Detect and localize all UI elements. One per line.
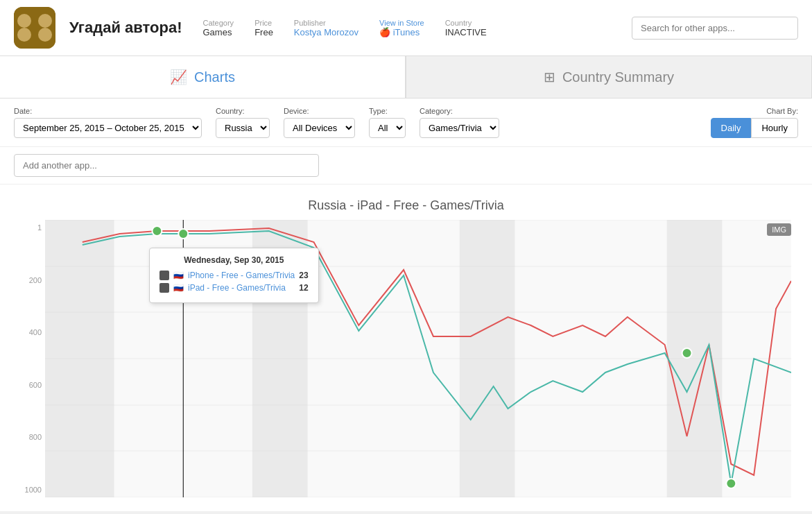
- chart-container: Russia - iPad - Free - Games/Trivia 1 20…: [0, 185, 812, 511]
- add-app-input[interactable]: [14, 154, 319, 177]
- country-summary-label: Country Summary: [562, 69, 674, 85]
- date-control: Date: September 25, 2015 – October 25, 2…: [14, 107, 202, 138]
- y-label-1: 1: [14, 223, 42, 232]
- app-header: Угадай автора! Category Games Price Free…: [0, 0, 812, 56]
- search-container: [632, 17, 798, 40]
- publisher-value[interactable]: Kostya Morozov: [294, 27, 359, 37]
- charts-icon: 📈: [170, 69, 187, 85]
- country-value: INACTIVE: [445, 27, 487, 37]
- tooltip-iphone-icon: [159, 271, 169, 280]
- store-value[interactable]: 🍎 iTunes: [379, 27, 424, 37]
- charts-label: Charts: [194, 69, 235, 85]
- tabs-bar: 📈 Charts ⊞ Country Summary: [0, 56, 812, 98]
- y-label-600: 600: [14, 381, 42, 389]
- y-label-400: 400: [14, 328, 42, 336]
- app-title-block: Угадай автора!: [69, 19, 182, 37]
- tab-charts[interactable]: 📈 Charts: [0, 56, 406, 98]
- app-icon: [14, 7, 55, 49]
- chart-by-label: Chart By:: [766, 107, 798, 115]
- chart-wrapper: 1 200 400 600 800 1000: [14, 220, 798, 497]
- type-label: Type:: [369, 107, 406, 115]
- category-value: Games: [202, 27, 234, 37]
- tab-country-summary[interactable]: ⊞ Country Summary: [406, 56, 812, 98]
- category-label: Category: [202, 19, 234, 27]
- y-axis: 1 200 400 600 800 1000: [14, 220, 42, 497]
- grid-icon: ⊞: [544, 69, 555, 85]
- svg-point-2: [38, 14, 52, 28]
- controls-bar: Date: September 25, 2015 – October 25, 2…: [0, 98, 812, 147]
- country-label: Country: [445, 19, 487, 27]
- category-select[interactable]: Games/Trivia: [420, 118, 499, 138]
- y-label-200: 200: [14, 276, 42, 284]
- meta-country: Country INACTIVE: [445, 19, 487, 37]
- svg-rect-0: [14, 7, 55, 49]
- meta-publisher: Publisher Kostya Morozov: [294, 19, 359, 37]
- svg-point-3: [17, 28, 31, 42]
- publisher-label: Publisher: [294, 19, 359, 27]
- chart-by-buttons: Daily Hourly: [711, 118, 798, 138]
- tooltip-ipad-icon: [159, 283, 169, 293]
- meta-store: View in Store 🍎 iTunes: [379, 19, 424, 37]
- img-button[interactable]: IMG: [767, 223, 791, 236]
- chart-title: Russia - iPad - Free - Games/Trivia: [14, 198, 798, 213]
- tooltip-ipad-rank: 12: [299, 283, 308, 293]
- meta-category: Category Games: [202, 19, 234, 37]
- price-label: Price: [254, 19, 273, 27]
- tooltip-row-ipad: 🇷🇺 iPad - Free - Games/Trivia 12: [159, 283, 309, 293]
- category-control: Category: Games/Trivia: [420, 107, 499, 138]
- svg-point-4: [38, 28, 52, 42]
- dot-ipad-highlight: [682, 348, 692, 358]
- daily-button[interactable]: Daily: [711, 118, 752, 138]
- device-label: Device:: [284, 107, 355, 115]
- dot-iphone-2: [178, 229, 188, 239]
- country-control: Country: Russia: [216, 107, 270, 138]
- y-label-1000: 1000: [14, 486, 42, 494]
- category-control-label: Category:: [420, 107, 499, 115]
- country-control-label: Country:: [216, 107, 270, 115]
- store-label[interactable]: View in Store: [379, 19, 424, 27]
- device-control: Device: All Devices: [284, 107, 355, 138]
- tooltip-row-iphone: 🇷🇺 iPhone - Free - Games/Trivia 23: [159, 271, 309, 280]
- hourly-button[interactable]: Hourly: [751, 118, 798, 138]
- device-select[interactable]: All Devices: [284, 118, 355, 138]
- dot-iphone-1: [152, 226, 162, 236]
- tooltip-ipad-name: iPad - Free - Games/Trivia: [188, 283, 295, 293]
- price-value: Free: [254, 27, 273, 37]
- date-label: Date:: [14, 107, 202, 115]
- chart-by-group: Chart By: Daily Hourly: [711, 107, 798, 138]
- tooltip-iphone-flag: 🇷🇺: [173, 271, 184, 280]
- date-select[interactable]: September 25, 2015 – October 25, 2015: [14, 118, 202, 138]
- app-title: Угадай автора!: [69, 19, 182, 37]
- tooltip-iphone-rank: 23: [299, 271, 308, 280]
- svg-point-1: [17, 14, 31, 28]
- tooltip-ipad-flag: 🇷🇺: [173, 283, 184, 293]
- type-select[interactable]: All: [369, 118, 406, 138]
- dot-ipad-low: [726, 479, 736, 488]
- meta-price: Price Free: [254, 19, 273, 37]
- tooltip-date: Wednesday, Sep 30, 2015: [159, 255, 309, 265]
- country-select[interactable]: Russia: [216, 118, 270, 138]
- tooltip: Wednesday, Sep 30, 2015 🇷🇺 iPhone - Free…: [149, 248, 319, 303]
- y-label-800: 800: [14, 433, 42, 441]
- add-app-bar: [0, 147, 812, 185]
- tooltip-iphone-name: iPhone - Free - Games/Trivia: [188, 271, 295, 280]
- search-input[interactable]: [632, 17, 798, 40]
- meta-items: Category Games Price Free Publisher Kost…: [202, 19, 486, 37]
- type-control: Type: All: [369, 107, 406, 138]
